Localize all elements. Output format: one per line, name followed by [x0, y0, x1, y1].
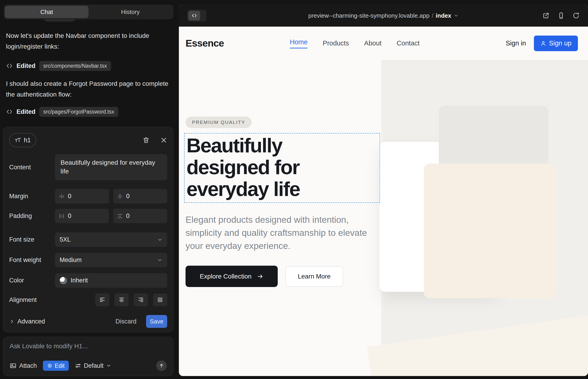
padding-y-input[interactable] — [113, 209, 167, 223]
url-breadcrumb[interactable]: preview--charming-site-symphony.lovable.… — [308, 5, 459, 27]
padding-y-value[interactable] — [126, 212, 140, 220]
align-left-button[interactable] — [95, 293, 109, 306]
code-icon — [6, 63, 13, 69]
chevron-down-icon — [157, 257, 163, 263]
align-center-button[interactable] — [114, 293, 129, 306]
premium-quality-badge: PREMIUM QUALITY — [186, 117, 252, 128]
font-weight-label: Font weight — [9, 256, 55, 264]
learn-more-button[interactable]: Learn More — [285, 266, 343, 287]
chevron-down-icon — [157, 237, 163, 242]
site-nav-right: Sign in Sign up — [506, 35, 578, 51]
nav-link-about[interactable]: About — [364, 39, 382, 47]
content-field[interactable]: Beautifully designed for everyday life — [55, 154, 167, 180]
advanced-toggle[interactable]: Advanced — [9, 318, 45, 325]
padding-x-input[interactable] — [55, 209, 109, 223]
hero-heading[interactable]: Beautifully designed for everyday life — [186, 134, 345, 200]
color-swatch — [60, 277, 67, 284]
padding-vertical-icon — [117, 213, 123, 219]
prompt-box: Attach Edit Default — [3, 337, 173, 376]
color-value: Inherit — [71, 277, 88, 284]
discard-button[interactable]: Discard — [115, 318, 137, 325]
font-weight-value: Medium — [60, 256, 82, 264]
tab-chat-label: Chat — [40, 8, 53, 16]
content-row: Content Beautifully designed for everyda… — [9, 154, 167, 180]
prompt-toolbar: Attach Edit Default — [10, 360, 167, 371]
font-size-label: Font size — [9, 236, 55, 243]
align-justify-button[interactable] — [153, 293, 167, 306]
signin-link[interactable]: Sign in — [506, 39, 526, 47]
file-badge[interactable]: src/components/Navbar.tsx — [39, 61, 111, 71]
margin-y-value[interactable] — [126, 193, 140, 200]
chevron-right-icon — [9, 319, 15, 324]
font-size-value: 5XL — [60, 236, 71, 243]
attach-button[interactable]: Attach — [10, 362, 37, 369]
font-weight-select[interactable]: Medium — [55, 253, 167, 267]
tab-chat[interactable]: Chat — [5, 6, 89, 18]
padding-x-value[interactable] — [68, 212, 82, 220]
color-select[interactable]: Inherit — [55, 273, 167, 288]
file-badge[interactable]: src/pages/ForgotPassword.tsx — [39, 107, 118, 117]
chat-message: Now let's update the Navbar component to… — [6, 30, 169, 52]
hero-paragraph: Elegant products designed with intention… — [186, 213, 369, 252]
color-label: Color — [9, 277, 55, 284]
site-nav-links: Home Products About Contact — [290, 38, 420, 48]
code-icon — [188, 11, 200, 20]
tab-history[interactable]: History — [89, 6, 172, 18]
font-weight-row: Font weight Medium — [9, 253, 167, 267]
model-default-button[interactable]: Default — [75, 362, 111, 369]
site-canvas: Essence Home Products About Contact Sign… — [179, 27, 588, 376]
edited-file-row: Edited src/components/Navbar.tsx — [6, 60, 111, 72]
hero-cta-row: Explore Collection Learn More — [186, 266, 343, 287]
nav-link-home[interactable]: Home — [290, 38, 308, 48]
code-toggle[interactable] — [187, 10, 206, 22]
text-size-icon — [15, 137, 21, 143]
default-label: Default — [84, 362, 104, 369]
element-tag-label: h1 — [24, 137, 31, 144]
site-logo[interactable]: Essence — [186, 38, 224, 49]
nav-link-products[interactable]: Products — [323, 39, 349, 47]
chevron-down-icon — [454, 13, 459, 18]
element-tag-chip[interactable]: h1 — [9, 133, 36, 147]
edited-label: Edited — [16, 108, 35, 115]
prompt-input[interactable] — [10, 343, 167, 360]
edit-mode-button[interactable]: Edit — [43, 361, 69, 371]
margin-label: Margin — [9, 193, 55, 200]
edit-label: Edit — [55, 363, 65, 369]
margin-x-value[interactable] — [68, 193, 82, 200]
url-host: preview--charming-site-symphony.lovable.… — [308, 12, 429, 19]
edited-file-row: Edited src/pages/ForgotPassword.tsx — [6, 106, 118, 117]
chat-message: I should also create a Forgot Password p… — [6, 78, 169, 100]
inspector-footer: Advanced Discard Save — [9, 315, 167, 328]
padding-row: Padding — [9, 209, 167, 223]
alignment-label: Alignment — [9, 296, 55, 303]
open-external-icon[interactable] — [542, 12, 549, 19]
h1-selection-outline[interactable]: Beautifully designed for everyday life — [184, 133, 380, 203]
explore-collection-button[interactable]: Explore Collection — [186, 266, 278, 287]
padding-horizontal-icon — [59, 213, 65, 219]
user-icon — [540, 40, 546, 46]
color-row: Color Inherit — [9, 273, 167, 288]
send-button[interactable] — [156, 360, 167, 371]
margin-vertical-icon — [117, 193, 123, 199]
font-size-row: Font size 5XL — [9, 232, 167, 247]
inspector-header: h1 — [9, 133, 167, 147]
close-icon[interactable] — [160, 137, 167, 144]
chat-history-tabs: Chat History — [4, 5, 173, 19]
mobile-view-icon[interactable] — [557, 12, 565, 19]
signup-button[interactable]: Sign up — [534, 35, 578, 51]
save-button[interactable]: Save — [146, 315, 167, 328]
margin-y-input[interactable] — [113, 189, 167, 204]
edited-label: Edited — [16, 63, 35, 69]
align-right-button[interactable] — [134, 293, 148, 306]
content-label: Content — [9, 164, 55, 171]
edit-target-icon — [47, 363, 52, 368]
deco-card-cream — [424, 164, 556, 298]
refresh-icon[interactable] — [573, 12, 580, 19]
trash-icon[interactable] — [142, 137, 150, 144]
margin-horizontal-icon — [59, 193, 65, 199]
attach-label: Attach — [19, 362, 37, 369]
font-size-select[interactable]: 5XL — [55, 232, 167, 247]
margin-x-input[interactable] — [55, 189, 109, 204]
margin-row: Margin — [9, 189, 167, 204]
nav-link-contact[interactable]: Contact — [397, 39, 420, 47]
